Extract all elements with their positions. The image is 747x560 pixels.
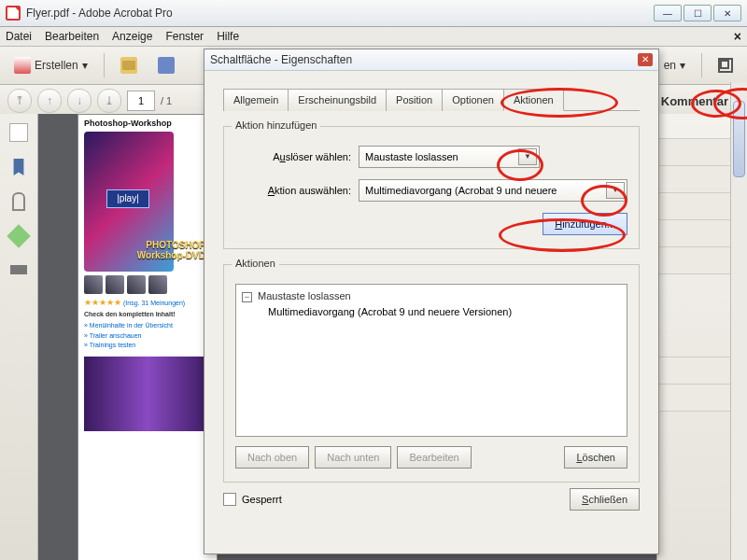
save-button[interactable] [151, 51, 181, 79]
locked-checkbox[interactable] [223, 493, 236, 506]
page-total-label: / 1 [161, 95, 172, 106]
tab-actions[interactable]: Aktionen [503, 89, 564, 111]
close-dialog-button[interactable]: Schließen [570, 488, 640, 511]
folder-open-icon [120, 57, 137, 74]
page-number-input[interactable]: 1 [127, 91, 155, 111]
doc-link-1[interactable]: » Menüinhalte in der Übersicht [84, 321, 211, 331]
scrollbar-thumb[interactable] [733, 101, 745, 177]
actions-tree[interactable]: −Maustaste loslassen Multimediavorgang (… [235, 284, 627, 437]
fullscreen-icon [718, 58, 733, 73]
move-up-button[interactable]: Nach oben [235, 446, 309, 469]
action-select[interactable]: Multimediavorgang (Acrobat 9 und neuere … [359, 179, 627, 202]
chevron-down-icon: ▾ [82, 59, 88, 72]
bookmarks-icon[interactable] [10, 159, 27, 175]
group-actions-list: Aktionen −Maustaste loslassen Multimedia… [223, 264, 640, 483]
reviews-link[interactable]: (Insg. 31 Meinungen) [123, 300, 185, 306]
doc-banner-image [84, 357, 211, 431]
dialog-titlebar: Schaltfläche - Eigenschaften ✕ [204, 49, 658, 71]
floppy-icon [158, 57, 175, 74]
chevron-down-icon: ▾ [680, 59, 685, 72]
menu-edit[interactable]: Bearbeiten [45, 30, 99, 43]
dialog-tabs: Allgemein Erscheinungsbild Position Opti… [223, 88, 640, 111]
group-add-legend: Aktion hinzufügen [232, 119, 320, 131]
trigger-label: Auslöser wählen: [235, 151, 351, 162]
page-down-button[interactable]: ↓ [67, 89, 92, 113]
star-rating: ★★★★★(Insg. 31 Meinungen) [84, 298, 211, 307]
edit-action-button[interactable]: Bearbeiten [397, 446, 471, 469]
menu-file[interactable]: Datei [6, 30, 32, 43]
app-icon [6, 6, 21, 21]
chevron-down-icon: ▼ [518, 148, 537, 165]
check-heading: Check den kompletten Inhalt! [84, 311, 211, 317]
attachments-icon[interactable] [12, 192, 25, 211]
tab-options[interactable]: Optionen [442, 89, 504, 111]
menu-help[interactable]: Hilfe [217, 30, 239, 43]
dialog-close-button[interactable]: ✕ [638, 53, 653, 66]
move-down-button[interactable]: Nach unten [315, 446, 391, 469]
fullscreen-button[interactable] [712, 51, 740, 79]
doc-link-3[interactable]: » Trainings testen [84, 341, 211, 351]
add-action-button[interactable]: Hinzufügen... [543, 213, 627, 235]
tree-child-item[interactable]: Multimediavorgang (Acrobat 9 und neuere … [242, 306, 621, 317]
window-title: Flyer.pdf - Adobe Acrobat Pro [26, 7, 173, 20]
left-nav-rail [0, 114, 38, 560]
menubar: Datei Bearbeiten Anzeige Fenster Hilfe × [0, 27, 747, 47]
doc-heading: Photoshop-Workshop [84, 119, 211, 128]
window-titlebar: Flyer.pdf - Adobe Acrobat Pro — ☐ ✕ [0, 0, 747, 27]
minimize-button[interactable]: — [654, 5, 682, 21]
menu-view[interactable]: Anzeige [112, 30, 152, 43]
tree-root-item[interactable]: −Maustaste loslassen [242, 290, 621, 302]
doc-link-2[interactable]: » Trailer anschauen [84, 331, 211, 342]
menu-window[interactable]: Fenster [165, 30, 204, 43]
trigger-value: Maustaste loslassen [365, 151, 458, 162]
tab-appearance[interactable]: Erscheinungsbild [288, 89, 387, 111]
create-label: Erstellen [35, 59, 78, 72]
page-first-button[interactable]: ⤒ [7, 89, 32, 113]
tab-position[interactable]: Position [386, 89, 443, 111]
group-list-legend: Aktionen [232, 258, 279, 269]
maximize-button[interactable]: ☐ [684, 5, 712, 21]
delete-action-button[interactable]: Löschen [564, 446, 627, 469]
open-button[interactable] [114, 51, 144, 79]
pdf-page: Photoshop-Workshop |play| PHOTOSHOPWorks… [78, 114, 218, 560]
button-properties-dialog: Schaltfläche - Eigenschaften ✕ Allgemein… [204, 49, 659, 554]
page-up-button[interactable]: ↑ [37, 89, 62, 113]
action-label: Aktion auswählen: [235, 185, 351, 196]
thumbnail-row [84, 275, 211, 294]
play-button-graphic: |play| [106, 189, 149, 208]
chevron-down-icon: ▼ [606, 182, 625, 199]
vertical-scrollbar[interactable] [730, 82, 747, 560]
action-value: Multimediavorgang (Acrobat 9 und neuere [365, 185, 557, 196]
dialog-title: Schaltfläche - Eigenschaften [210, 53, 352, 66]
close-window-button[interactable]: ✕ [713, 5, 741, 21]
close-document-button[interactable]: × [734, 29, 741, 44]
toolbar-separator [701, 53, 702, 77]
create-button[interactable]: Erstellen ▾ [7, 51, 94, 79]
signatures-icon[interactable] [10, 265, 27, 274]
trigger-select[interactable]: Maustaste loslassen ▼ [359, 146, 540, 168]
collapse-icon[interactable]: − [242, 292, 252, 302]
tab-comment[interactable]: Kommentar [649, 89, 740, 114]
dvd-cover-image: |play| PHOTOSHOPWorkshop-DVD [84, 132, 174, 272]
toolbar-separator [104, 53, 105, 77]
lang-dropdown[interactable]: en ▾ [657, 51, 692, 79]
page-last-button[interactable]: ⤓ [97, 89, 121, 113]
layers-icon[interactable] [7, 224, 30, 247]
locked-label: Gesperrt [242, 494, 282, 505]
thumbnails-icon[interactable] [9, 123, 28, 142]
tab-general[interactable]: Allgemein [223, 89, 289, 111]
create-pdf-icon [14, 57, 31, 74]
group-add-action: Aktion hinzufügen Auslöser wählen: Maust… [223, 126, 640, 249]
